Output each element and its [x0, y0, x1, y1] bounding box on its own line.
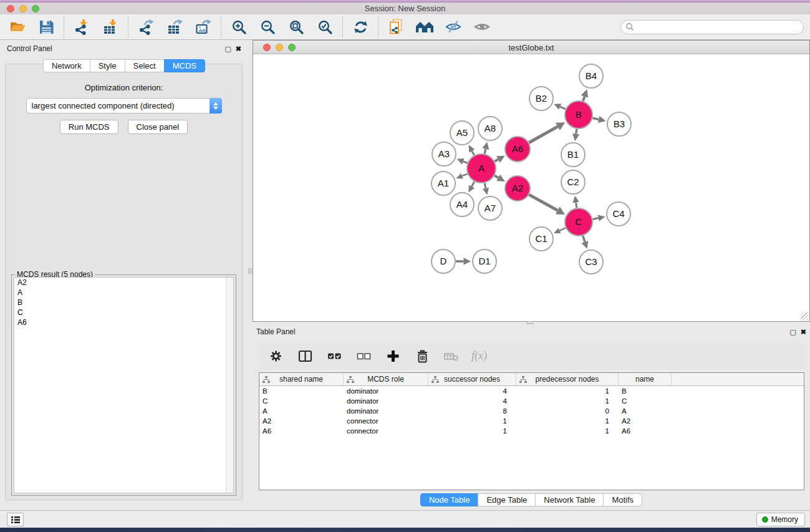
zoom-in-icon[interactable]	[229, 17, 248, 36]
mcds-result-item[interactable]: A6	[14, 317, 233, 327]
import-network-icon[interactable]	[72, 17, 91, 36]
save-session-icon[interactable]	[37, 17, 55, 36]
tab-network-table[interactable]: Network Table	[535, 493, 604, 506]
export-table-icon[interactable]	[165, 17, 184, 36]
tab-style[interactable]: Style	[90, 59, 125, 72]
memory-button[interactable]: Memory	[756, 513, 805, 526]
close-panel-button[interactable]: Close panel	[128, 120, 188, 134]
graph-node-B1[interactable]: B1	[561, 143, 585, 167]
table-row[interactable]: A2connector11A2	[259, 416, 804, 426]
cell-successor-nodes[interactable]: 1	[428, 427, 516, 435]
search-input[interactable]	[634, 22, 799, 31]
graph-node-A7[interactable]: A7	[478, 196, 502, 220]
graph-edge-A-A3[interactable]	[457, 158, 468, 165]
first-neighbors-icon[interactable]	[415, 17, 434, 36]
graph-node-A4[interactable]: A4	[450, 193, 474, 216]
gear-icon[interactable]	[266, 347, 285, 365]
cell-shared-name[interactable]: A2	[259, 417, 344, 425]
cell-mcds-role[interactable]: connector	[344, 417, 428, 425]
zoom-out-icon[interactable]	[258, 17, 277, 36]
mcds-result-item[interactable]: B	[14, 297, 233, 307]
graph-node-B4[interactable]: B4	[579, 64, 603, 88]
cell-predecessor-nodes[interactable]: 0	[516, 407, 619, 415]
graph-edge-A-A6[interactable]	[494, 156, 505, 163]
tab-network[interactable]: Network	[43, 59, 90, 72]
cell-mcds-role[interactable]: connector	[344, 427, 428, 435]
close-table-panel-icon[interactable]: ✖	[801, 329, 806, 336]
apply-layout-icon[interactable]	[351, 17, 370, 36]
cell-mcds-role[interactable]: dominator	[344, 397, 428, 405]
float-table-panel-icon[interactable]: ▢	[789, 329, 796, 336]
graph-node-C3[interactable]: C3	[579, 250, 603, 274]
graph-edge-A-A8[interactable]	[482, 142, 489, 153]
zoom-selected-icon[interactable]	[316, 17, 334, 36]
close-panel-icon[interactable]: ✖	[236, 46, 241, 52]
cell-shared-name[interactable]: B	[259, 387, 344, 395]
cell-successor-nodes[interactable]: 4	[428, 387, 516, 395]
zoom-fit-icon[interactable]	[287, 17, 306, 36]
graph-node-D1[interactable]: D1	[473, 249, 496, 273]
cell-name[interactable]: A2	[619, 417, 672, 425]
cell-predecessor-nodes[interactable]: 1	[516, 417, 619, 425]
tab-edge-table[interactable]: Edge Table	[478, 493, 536, 506]
export-network-icon[interactable]	[137, 17, 155, 36]
cell-predecessor-nodes[interactable]: 1	[516, 397, 619, 405]
graph-edge-B-B1[interactable]	[572, 129, 579, 141]
column-visibility-icon[interactable]	[296, 347, 314, 365]
cell-predecessor-nodes[interactable]: 1	[516, 427, 619, 435]
graph-edge-A-A5[interactable]	[469, 145, 475, 155]
graph-node-C4[interactable]: C4	[607, 202, 630, 226]
cell-successor-nodes[interactable]: 1	[428, 417, 516, 425]
graph-edge-C-C2[interactable]	[572, 196, 579, 208]
graph-edge-A-A2[interactable]	[494, 175, 505, 181]
graph-node-C2[interactable]: C2	[561, 170, 585, 194]
graph-node-A2[interactable]: A2	[505, 176, 530, 201]
import-table-icon[interactable]	[101, 17, 120, 36]
table-row[interactable]: A6connector11A6	[259, 426, 804, 436]
run-mcds-button[interactable]: Run MCDS	[60, 120, 118, 134]
add-column-icon[interactable]	[383, 347, 402, 365]
show-all-icon[interactable]	[473, 17, 491, 36]
table-row[interactable]: Adominator80A	[259, 406, 804, 416]
graph-node-C1[interactable]: C1	[529, 227, 553, 251]
graph-edge-A-A7[interactable]	[483, 183, 489, 195]
graph-node-B3[interactable]: B3	[607, 112, 631, 136]
open-session-icon[interactable]	[8, 17, 27, 36]
cell-shared-name[interactable]: C	[259, 397, 344, 405]
float-panel-icon[interactable]: ▢	[224, 46, 231, 52]
cell-name[interactable]: A	[619, 407, 672, 415]
tab-mcds[interactable]: MCDS	[164, 59, 205, 72]
trash-icon[interactable]	[413, 347, 432, 365]
column-header-successor-nodes[interactable]: successor nodes	[428, 373, 516, 385]
graph-edge-D-D1[interactable]	[456, 258, 471, 264]
graph-edge-B-B3[interactable]	[592, 116, 605, 123]
graph-node-A1[interactable]: A1	[432, 172, 455, 195]
result-scrollbar[interactable]	[226, 278, 233, 493]
tab-motifs[interactable]: Motifs	[603, 493, 642, 506]
graph-edge-B-B4[interactable]	[581, 89, 589, 101]
hide-selected-icon[interactable]	[444, 17, 463, 36]
network-canvas[interactable]: ABCA6A2A1A3A4A5A7A8B1B2B3B4C1C2C3C4DD1	[254, 55, 809, 321]
cell-name[interactable]: A6	[619, 427, 672, 435]
cell-shared-name[interactable]: A	[259, 407, 344, 415]
graph-edge-A2-C[interactable]	[529, 195, 565, 215]
network-from-selection-icon[interactable]	[387, 17, 405, 36]
column-header-mcds-role[interactable]: MCDS role	[344, 373, 428, 385]
table-row[interactable]: Cdominator41C	[259, 396, 804, 406]
split-divider-handle[interactable]	[248, 268, 252, 274]
graph-edge-A-A4[interactable]	[468, 181, 475, 192]
cell-name[interactable]: B	[619, 387, 672, 395]
network-graph[interactable]: ABCA6A2A1A3A4A5A7A8B1B2B3B4C1C2C3C4DD1	[254, 55, 809, 322]
cell-name[interactable]: C	[619, 397, 672, 405]
search-field[interactable]	[620, 20, 804, 34]
graph-node-B[interactable]: B	[565, 101, 592, 128]
column-header-predecessor-nodes[interactable]: predecessor nodes	[516, 373, 619, 385]
mcds-result-item[interactable]: C	[14, 307, 233, 317]
graph-edge-A6-B[interactable]	[529, 122, 565, 142]
graph-node-D[interactable]: D	[432, 249, 455, 273]
select-all-icon[interactable]	[325, 347, 344, 365]
graph-node-A6[interactable]: A6	[505, 137, 530, 162]
graph-edge-C-C3[interactable]	[582, 236, 589, 249]
cell-mcds-role[interactable]: dominator	[344, 387, 428, 395]
cell-shared-name[interactable]: A6	[259, 427, 344, 435]
